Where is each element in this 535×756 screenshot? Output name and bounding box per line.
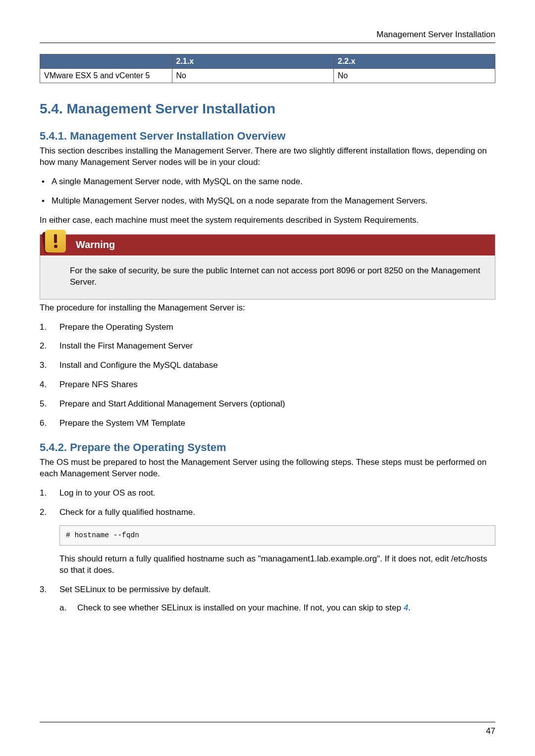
- list-item: Prepare and Start Additional Management …: [40, 399, 495, 410]
- compat-row-label: VMware ESX 5 and vCenter 5: [40, 69, 172, 83]
- warning-body: For the sake of security, be sure the pu…: [40, 255, 495, 299]
- list-item: Log in to your OS as root.: [40, 488, 495, 499]
- warning-icon: [41, 230, 72, 255]
- list-item: Prepare the Operating System: [40, 322, 495, 333]
- step3a-suffix: .: [408, 603, 411, 612]
- list-item: Prepare NFS Shares: [40, 379, 495, 391]
- section-heading-5-4-2: 5.4.2. Prepare the Operating System: [40, 441, 495, 454]
- compat-head-blank: [40, 54, 172, 69]
- procedure-intro: The procedure for installing the Managem…: [40, 302, 495, 314]
- procedure-steps: Prepare the Operating System Install the…: [40, 322, 495, 430]
- compat-row-21x: No: [172, 69, 333, 83]
- overview-bullets: A single Management Server node, with My…: [40, 176, 495, 207]
- list-item: Install and Configure the MySQL database: [40, 360, 495, 371]
- step-4-link[interactable]: 4: [404, 603, 408, 612]
- prepare-os-steps: Log in to your OS as root. Check for a f…: [40, 488, 495, 614]
- step3-text: Set SELinux to be permissive by default.: [59, 585, 211, 594]
- section-heading-5-4: 5.4. Management Server Installation: [40, 101, 495, 117]
- prepare-os-intro: The OS must be prepared to host the Mana…: [40, 457, 495, 480]
- code-block: # hostname --fqdn: [59, 525, 495, 546]
- overview-intro: This section describes installing the Ma…: [40, 146, 495, 168]
- step3-substeps: Check to see whether SELinux is installe…: [59, 603, 495, 614]
- section-heading-5-4-1: 5.4.1. Management Server Installation Ov…: [40, 130, 495, 143]
- warning-header: Warning: [40, 235, 495, 255]
- list-item: Prepare the System VM Template: [40, 418, 495, 429]
- step3a-prefix: Check to see whether SELinux is installe…: [77, 603, 404, 612]
- running-head: Management Server Installation: [40, 30, 495, 43]
- list-item: Multiple Management Server nodes, with M…: [40, 196, 495, 207]
- table-row: VMware ESX 5 and vCenter 5 No No: [40, 69, 495, 83]
- compat-table: 2.1.x 2.2.x VMware ESX 5 and vCenter 5 N…: [40, 54, 495, 83]
- list-item: A single Management Server node, with My…: [40, 176, 495, 188]
- step2-text: Check for a fully qualified hostname.: [59, 507, 195, 517]
- compat-head-22x: 2.2.x: [333, 54, 495, 69]
- warning-title: Warning: [76, 239, 115, 251]
- list-item: Install the First Management Server: [40, 341, 495, 352]
- list-item: Check to see whether SELinux is installe…: [59, 603, 495, 614]
- page-number: 47: [486, 726, 495, 736]
- page-footer: 47: [40, 722, 495, 736]
- either-case-paragraph: In either case, each machine must meet t…: [40, 215, 495, 226]
- compat-head-21x: 2.1.x: [172, 54, 333, 69]
- warning-admonition: Warning For the sake of security, be sur…: [40, 234, 495, 300]
- compat-row-22x: No: [333, 69, 495, 83]
- list-item: Check for a fully qualified hostname. # …: [40, 507, 495, 576]
- list-item: Set SELinux to be permissive by default.…: [40, 584, 495, 614]
- step2-after: This should return a fully qualified hos…: [59, 554, 487, 575]
